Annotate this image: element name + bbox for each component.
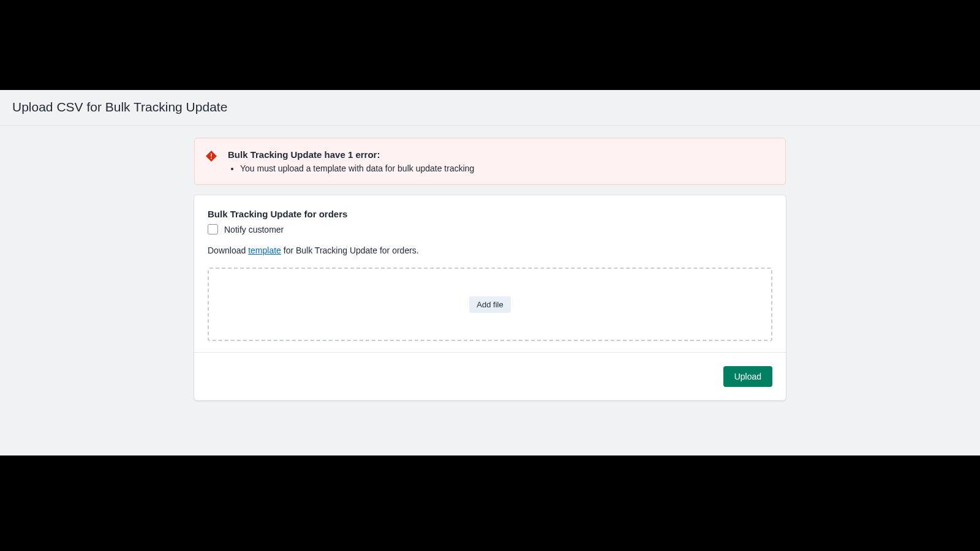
error-banner: Bulk Tracking Update have 1 error: You m… [194, 138, 786, 185]
letterbox-bottom [0, 455, 980, 551]
page-title: Upload CSV for Bulk Tracking Update [12, 100, 968, 114]
notify-customer-row: Notify customer [208, 224, 772, 234]
file-dropzone[interactable]: Add file [208, 268, 772, 341]
upload-button[interactable]: Upload [723, 366, 772, 387]
upload-card: Bulk Tracking Update for orders Notify c… [194, 195, 786, 400]
page-header: Upload CSV for Bulk Tracking Update [0, 90, 980, 126]
letterbox-top [0, 0, 980, 90]
card-title: Bulk Tracking Update for orders [208, 209, 772, 219]
add-file-button[interactable]: Add file [469, 296, 510, 313]
download-template-text: Download template for Bulk Tracking Upda… [208, 246, 772, 255]
download-prefix: Download [208, 246, 248, 255]
svg-point-1 [211, 158, 212, 159]
error-content: Bulk Tracking Update have 1 error: You m… [228, 149, 773, 173]
svg-rect-0 [211, 154, 212, 157]
card-divider [194, 352, 786, 353]
notify-customer-checkbox[interactable] [208, 224, 218, 234]
error-list: You must upload a template with data for… [228, 163, 773, 173]
error-list-item: You must upload a template with data for… [240, 163, 773, 173]
download-suffix: for Bulk Tracking Update for orders. [281, 246, 419, 255]
error-title: Bulk Tracking Update have 1 error: [228, 149, 773, 160]
template-link[interactable]: template [248, 246, 281, 255]
notify-customer-label: Notify customer [224, 225, 284, 234]
app-content: Upload CSV for Bulk Tracking Update Bulk… [0, 90, 980, 455]
card-footer: Upload [208, 366, 772, 387]
alert-diamond-icon [206, 151, 217, 162]
main-container: Bulk Tracking Update have 1 error: You m… [194, 126, 786, 400]
